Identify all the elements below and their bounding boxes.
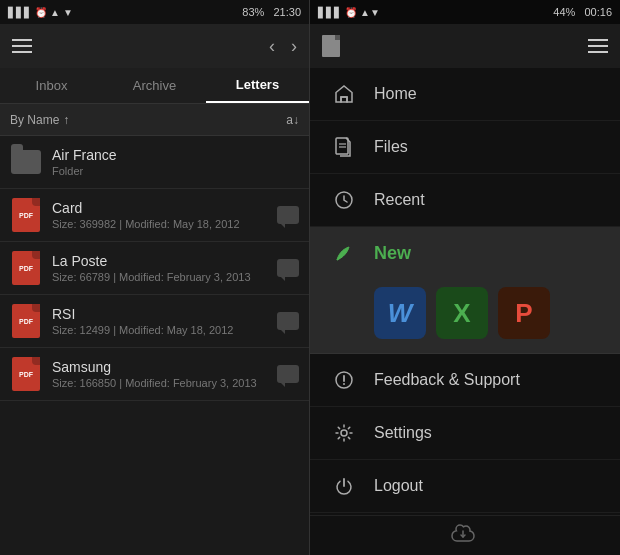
- feedback-icon: [330, 366, 358, 394]
- wifi-icon: ▲: [50, 7, 60, 18]
- hamburger-button[interactable]: [12, 39, 32, 53]
- list-item[interactable]: La Poste Size: 66789 | Modified: Februar…: [0, 242, 309, 295]
- file-meta: Size: 166850 | Modified: February 3, 201…: [52, 377, 277, 389]
- menu-label-recent: Recent: [374, 191, 425, 209]
- menu-item-settings[interactable]: Settings: [310, 407, 620, 460]
- left-battery-time: 83% 21:30: [242, 6, 301, 18]
- menu-item-new[interactable]: New: [310, 227, 620, 279]
- app-excel-button[interactable]: X: [436, 287, 488, 339]
- pdf-icon: [10, 197, 42, 233]
- menu-label-logout: Logout: [374, 477, 423, 495]
- file-meta: Size: 66789 | Modified: February 3, 2013: [52, 271, 277, 283]
- file-meta: Size: 12499 | Modified: May 18, 2012: [52, 324, 277, 336]
- bottom-bar: [310, 515, 620, 555]
- sort-row: By Name ↑ a↓: [0, 104, 309, 136]
- sort-label[interactable]: By Name ↑: [10, 113, 69, 127]
- menu-item-feedback[interactable]: Feedback & Support: [310, 354, 620, 407]
- tabs-row: Inbox Archive Letters: [0, 68, 309, 104]
- file-list: Air France Folder Card Size: 369982 | Mo…: [0, 136, 309, 555]
- tab-archive[interactable]: Archive: [103, 68, 206, 103]
- right-panel: ▋▋▋ ⏰ ▲▼ 44% 00:16 Home: [310, 0, 620, 555]
- logout-power-icon: [330, 472, 358, 500]
- list-item[interactable]: Samsung Size: 166850 | Modified: Februar…: [0, 348, 309, 401]
- doc-icon: [322, 35, 340, 57]
- sort-view-toggle[interactable]: a↓: [286, 113, 299, 127]
- settings-gear-icon: [330, 419, 358, 447]
- status-icons-left: ▋▋▋ ⏰ ▲ ▼: [8, 7, 73, 18]
- left-panel: ▋▋▋ ⏰ ▲ ▼ 83% 21:30 ‹ › Inbox Archive Le…: [0, 0, 310, 555]
- menu-nav: Home Files Recent: [310, 68, 620, 515]
- menu-item-files[interactable]: Files: [310, 121, 620, 174]
- chat-icon: [277, 206, 299, 224]
- home-icon: [330, 80, 358, 108]
- file-info: La Poste Size: 66789 | Modified: Februar…: [52, 253, 277, 283]
- file-meta: Folder: [52, 165, 299, 177]
- file-name: La Poste: [52, 253, 277, 269]
- pdf-icon: [10, 356, 42, 392]
- toolbar-left: ‹ ›: [0, 24, 309, 68]
- menu-label-settings: Settings: [374, 424, 432, 442]
- file-name: RSI: [52, 306, 277, 322]
- toolbar-right: [310, 24, 620, 68]
- right-hamburger-button[interactable]: [588, 39, 608, 53]
- list-item[interactable]: Card Size: 369982 | Modified: May 18, 20…: [0, 189, 309, 242]
- menu-label-files: Files: [374, 138, 408, 156]
- right-alarm-icon: ⏰: [345, 7, 357, 18]
- file-meta: Size: 369982 | Modified: May 18, 2012: [52, 218, 277, 230]
- folder-icon: [10, 144, 42, 180]
- right-signal-icon: ▋▋▋: [318, 7, 342, 18]
- list-item[interactable]: Air France Folder: [0, 136, 309, 189]
- menu-label-new: New: [374, 243, 411, 264]
- tab-letters[interactable]: Letters: [206, 68, 309, 103]
- status-bar-right: ▋▋▋ ⏰ ▲▼ 44% 00:16: [310, 0, 620, 24]
- new-section: New W X P: [310, 227, 620, 354]
- menu-item-logout[interactable]: Logout: [310, 460, 620, 513]
- status-bar-left: ▋▋▋ ⏰ ▲ ▼ 83% 21:30: [0, 0, 309, 24]
- file-info: Card Size: 369982 | Modified: May 18, 20…: [52, 200, 277, 230]
- alarm-icon: ⏰: [35, 7, 47, 18]
- right-network-icon: ▲▼: [360, 7, 380, 18]
- svg-point-5: [343, 383, 345, 385]
- signal-bars-icon: ▋▋▋: [8, 7, 32, 18]
- files-icon: [330, 133, 358, 161]
- menu-item-recent[interactable]: Recent: [310, 174, 620, 227]
- chat-icon: [277, 259, 299, 277]
- back-button[interactable]: ‹: [269, 36, 275, 57]
- right-status-icons: ▋▋▋ ⏰ ▲▼: [318, 7, 380, 18]
- nav-arrows: ‹ ›: [269, 36, 297, 57]
- new-apps-row: W X P: [310, 279, 620, 353]
- file-info: RSI Size: 12499 | Modified: May 18, 2012: [52, 306, 277, 336]
- menu-label-home: Home: [374, 85, 417, 103]
- app-powerpoint-button[interactable]: P: [498, 287, 550, 339]
- pdf-icon: [10, 303, 42, 339]
- left-battery: 83%: [242, 6, 264, 18]
- app-word-button[interactable]: W: [374, 287, 426, 339]
- new-leaf-icon: [330, 239, 358, 267]
- right-battery-time: 44% 00:16: [553, 6, 612, 18]
- file-info: Air France Folder: [52, 147, 299, 177]
- file-name: Card: [52, 200, 277, 216]
- chat-icon: [277, 365, 299, 383]
- cloud-icon: [449, 523, 481, 549]
- menu-item-home[interactable]: Home: [310, 68, 620, 121]
- forward-button[interactable]: ›: [291, 36, 297, 57]
- right-battery: 44%: [553, 6, 575, 18]
- svg-rect-0: [336, 138, 348, 154]
- network-icon: ▼: [63, 7, 73, 18]
- tab-inbox[interactable]: Inbox: [0, 68, 103, 103]
- menu-label-feedback: Feedback & Support: [374, 371, 520, 389]
- chat-icon: [277, 312, 299, 330]
- right-time: 00:16: [584, 6, 612, 18]
- svg-point-6: [341, 430, 347, 436]
- left-time: 21:30: [273, 6, 301, 18]
- file-info: Samsung Size: 166850 | Modified: Februar…: [52, 359, 277, 389]
- list-item[interactable]: RSI Size: 12499 | Modified: May 18, 2012: [0, 295, 309, 348]
- file-name: Air France: [52, 147, 299, 163]
- recent-icon: [330, 186, 358, 214]
- pdf-icon: [10, 250, 42, 286]
- file-name: Samsung: [52, 359, 277, 375]
